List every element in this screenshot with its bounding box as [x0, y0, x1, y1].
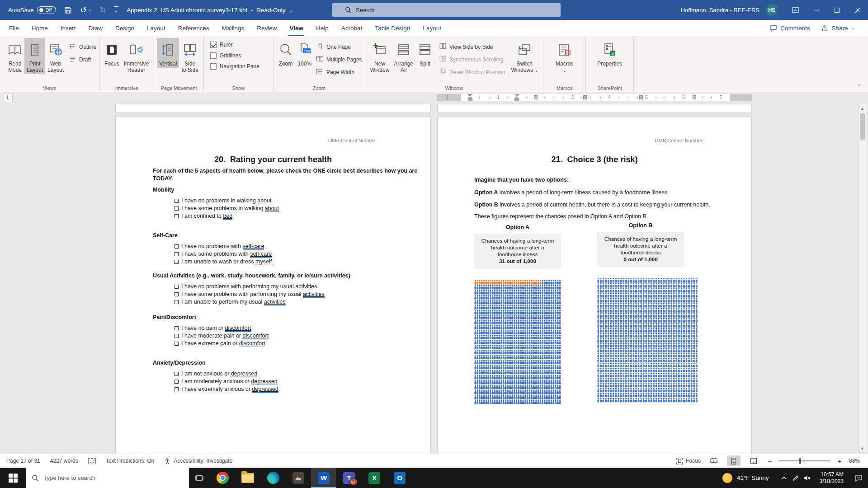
text-predictions-status[interactable]: Text Predictions: On [106, 458, 154, 464]
scroll-down-arrow[interactable]: ▼ [859, 445, 866, 452]
save-button[interactable] [64, 6, 72, 14]
survey-checkbox[interactable] [175, 387, 179, 391]
immersive-reader-button[interactable]: Immersive Reader [122, 38, 151, 74]
gridlines-checkbox[interactable]: Gridlines [210, 52, 259, 59]
horizontal-ruler[interactable]: L 11234567 [0, 92, 868, 103]
properties-button[interactable]: SProperties [595, 38, 624, 68]
macros-button[interactable]: Macros ⌄ [553, 38, 576, 75]
comments-button[interactable]: Comments [770, 24, 810, 32]
tab-draw[interactable]: Draw [82, 20, 109, 36]
focus-mode-button[interactable]: Focus [676, 458, 701, 465]
tab-acrobat[interactable]: Acrobat [335, 20, 369, 36]
zoom-percentage[interactable]: 68% [849, 458, 860, 464]
tab-references[interactable]: References [172, 20, 216, 36]
arrange-all-button[interactable]: Arrange All [392, 38, 415, 74]
ruler-left-margin[interactable] [437, 94, 461, 101]
focus-button[interactable]: Focus [102, 38, 122, 68]
switch-windows-button[interactable]: Switch Windows ⌄ [509, 38, 540, 75]
taskbar-app-file-explorer[interactable] [235, 468, 260, 488]
multiple-pages-button[interactable]: Multiple Pages [316, 55, 362, 64]
proofing-errors-button[interactable] [88, 458, 96, 465]
minimize-button[interactable] [806, 0, 826, 20]
taskbar-app-teams[interactable]: T9+ [336, 468, 362, 488]
share-button[interactable]: Share ⌄ [821, 25, 854, 32]
accessibility-button[interactable]: Accessibility: Investigate [164, 458, 232, 465]
new-window-button[interactable]: New Window [368, 38, 392, 74]
read-mode-view-button[interactable] [707, 455, 721, 466]
volume-icon[interactable] [802, 475, 813, 481]
action-center-button[interactable] [849, 474, 868, 482]
survey-checkbox[interactable] [175, 326, 179, 330]
word-count[interactable]: 4227 words [50, 458, 78, 464]
taskbar-app-word[interactable]: W [311, 468, 336, 488]
close-button[interactable] [847, 0, 868, 20]
search-input[interactable]: Search [332, 3, 561, 17]
tab-home[interactable]: Home [25, 20, 54, 36]
tab-layout[interactable]: Layout [141, 20, 172, 36]
zoom-out-button[interactable]: − [767, 457, 773, 465]
zoom-in-button[interactable]: + [836, 457, 843, 465]
tray-overflow-chevron-icon[interactable] [778, 476, 790, 480]
taskbar-app-chrome[interactable] [210, 468, 235, 488]
customize-qat-button[interactable]: ⌄ [114, 6, 118, 14]
ruler-checkbox[interactable]: Ruler [210, 42, 259, 48]
zoom-slider-handle[interactable] [799, 458, 801, 464]
survey-checkbox[interactable] [175, 380, 179, 384]
vertical-scrollbar[interactable]: ▲ ▼ [859, 104, 866, 453]
side-to-side-button[interactable]: Side to Side [179, 38, 200, 74]
survey-checkbox[interactable] [175, 292, 179, 296]
table-column-marker[interactable] [534, 95, 538, 99]
readonly-badge[interactable]: Read-Only [256, 7, 286, 14]
one-page-button[interactable]: One Page [316, 42, 362, 52]
document-canvas[interactable]: OMB Control Number: 20. Rating your curr… [0, 103, 868, 454]
taskbar-app-outlook[interactable]: O [387, 468, 412, 488]
tab-view[interactable]: View [283, 20, 310, 36]
ribbon-display-options-button[interactable] [785, 0, 806, 20]
read-mode-button[interactable]: Read Mode [5, 38, 24, 74]
autosave-toggle[interactable]: AutoSave Off [8, 6, 56, 14]
indent-marker[interactable] [514, 94, 519, 101]
tab-file[interactable]: File [3, 20, 25, 36]
tab-mailings[interactable]: Mailings [216, 20, 251, 36]
survey-checkbox[interactable] [175, 206, 179, 211]
collapse-ribbon-button[interactable]: ⌃ [857, 84, 862, 90]
pen-input-icon[interactable] [790, 475, 802, 481]
start-button[interactable] [0, 468, 26, 488]
redo-button[interactable]: ↻ [99, 5, 106, 15]
survey-checkbox[interactable] [175, 199, 179, 203]
web-layout-view-button[interactable] [747, 455, 760, 466]
title-chevron-down-icon[interactable]: ⌄ [289, 8, 292, 13]
survey-checkbox[interactable] [175, 244, 179, 249]
ruler-text-area[interactable] [461, 94, 730, 101]
web-layout-button[interactable]: Web Layout [45, 38, 66, 74]
table-column-marker[interactable] [639, 95, 643, 99]
survey-checkbox[interactable] [175, 260, 179, 264]
avatar[interactable]: HS [766, 4, 778, 16]
undo-button[interactable]: ↺⌄ [80, 5, 91, 15]
print-layout-button[interactable]: Print Layout [24, 38, 45, 74]
taskbar-app-image-editor[interactable] [286, 468, 311, 488]
account-name[interactable]: Hoffmann, Sandra - REE-ERS [680, 7, 760, 14]
survey-checkbox[interactable] [175, 342, 179, 346]
maximize-button[interactable] [826, 0, 847, 20]
split-button[interactable]: Split [415, 38, 434, 68]
tab-layout-contextual[interactable]: Layout [416, 20, 448, 36]
tab-help[interactable]: Help [310, 20, 335, 36]
survey-checkbox[interactable] [175, 214, 179, 218]
outline-button[interactable]: Outline [69, 42, 96, 52]
navigation-pane-checkbox[interactable]: Navigation Pane [210, 63, 259, 70]
ruler-right-margin[interactable] [730, 94, 752, 101]
scroll-up-arrow[interactable]: ▲ [859, 104, 866, 112]
survey-checkbox[interactable] [175, 300, 179, 304]
view-side-by-side-button[interactable]: View Side by Side [439, 42, 505, 52]
taskbar-search-input[interactable]: Type here to search [26, 468, 189, 488]
print-layout-view-button[interactable] [727, 455, 741, 466]
draft-button[interactable]: Draft [69, 55, 96, 64]
taskbar-app-excel[interactable]: X [362, 468, 387, 488]
tab-table-design-contextual[interactable]: Table Design [368, 20, 416, 36]
tab-review[interactable]: Review [250, 20, 283, 36]
tab-design[interactable]: Design [109, 20, 141, 36]
survey-checkbox[interactable] [175, 334, 179, 338]
tab-insert[interactable]: Insert [54, 20, 82, 36]
zoom-100-button[interactable]: 100100% [295, 38, 314, 68]
